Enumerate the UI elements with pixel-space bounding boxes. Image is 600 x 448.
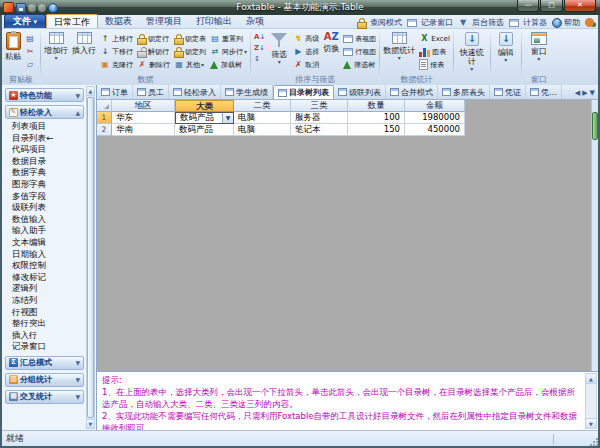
table-tab-orders[interactable]: 订单 [97,85,133,99]
record-window-tool[interactable]: 记录窗口 [407,17,453,28]
cell-third-category[interactable]: 笔记本 [291,124,348,136]
tab-daily-work[interactable]: 日常工作 [46,14,98,28]
cell-amount[interactable]: 1980000 [405,112,465,124]
sidebar-panel-summary-mode[interactable]: Σ 汇总模式 ▼ [5,356,84,370]
tab-misc[interactable]: 杂项 [239,14,271,28]
sidebar-item-modify-mark[interactable]: 修改标记 [5,272,84,284]
row-view-button[interactable]: 行视图 [341,45,378,58]
filter-button[interactable]: 筛选 [267,30,291,74]
row-number[interactable]: 2 [97,124,112,136]
scrollbar-thumb[interactable] [592,112,598,140]
sidebar-item-record-window[interactable]: 记录窗口 [5,341,84,353]
sidebar-item-input-helper[interactable]: 输入助手 [5,225,84,237]
sort-asc-button[interactable]: A↓ [252,32,267,43]
column-header-category[interactable]: 大类 [175,100,234,112]
table-tab-merge-mode[interactable]: 合并模式 [386,85,438,99]
maximize-button[interactable]: ▢ [540,0,563,12]
cell-quantity[interactable]: 150 [348,124,405,136]
report-button[interactable]: 报表 [417,58,452,71]
scroll-down-arrow[interactable]: ▼ [586,418,596,428]
sidebar-item-highlight-row[interactable]: 整行突出 [5,318,84,330]
lock-table-button[interactable]: 锁定表 [172,32,208,45]
advanced-filter-button[interactable]: ↯高级 [291,32,321,45]
hint-scrollbar[interactable]: ▲ ▼ [585,373,597,429]
app-icon[interactable] [3,2,14,13]
scrollbar-thumb[interactable] [87,97,94,418]
cell-amount[interactable]: 450000 [405,124,465,136]
tab-scroll-right-icon[interactable]: ▶ [582,89,587,97]
eraser-button[interactable]: ▱ [23,58,39,71]
data-statistics-button[interactable]: 数据统计 [381,30,417,74]
scroll-down-arrow[interactable]: ▼ [87,419,94,428]
reset-column-button[interactable]: ▤重置列 [208,32,249,45]
table-tab-employees[interactable]: 员工 [133,85,169,99]
unlock-row-button[interactable]: 解锁行 [135,45,172,58]
undo-icon[interactable] [28,4,36,12]
edit-button[interactable]: ↓ 编辑 [492,30,520,74]
tab-scroll-left-icon[interactable]: ◀ [575,89,580,97]
column-header-amount[interactable]: 金额 [405,100,465,112]
column-header-third-category[interactable]: 三类 [291,100,348,112]
custom-sort-button[interactable]: ↕ [252,54,267,65]
column-header-subcategory[interactable]: 二类 [234,100,291,112]
delete-row-button[interactable]: ✗删除行 [135,58,172,71]
cell-region[interactable]: 华南 [112,124,175,136]
table-tab-voucher[interactable]: 凭证 [490,85,526,99]
sidebar-item-graphic-dictionary[interactable]: 图形字典 [5,179,84,191]
sync-row-button[interactable]: ⇄同步行▾ [208,45,249,58]
move-row-up-button[interactable]: ↑上移行 [98,32,135,45]
lookup-mode-tool[interactable]: 查阅模式 [357,17,402,28]
file-menu-button[interactable]: 文件 [4,14,46,28]
other-button[interactable]: ▦其他▾ [172,58,208,71]
sidebar-item-list-project[interactable]: 列表项目 [5,121,84,133]
scroll-up-arrow[interactable]: ▲ [586,374,596,384]
save-icon[interactable] [16,3,26,13]
table-tab-easy-entry[interactable]: 轻松录入 [169,85,221,99]
people-icon[interactable] [585,18,594,27]
sidebar-item-data-dictionary[interactable]: 数据字典 [5,167,84,179]
cell-category[interactable]: 数码产品 [175,124,234,136]
sidebar-item-code-project[interactable]: 代码项目 [5,144,84,156]
sidebar-item-date-input[interactable]: 日期输入 [5,249,84,261]
chart-button[interactable]: 图表 [417,45,452,58]
paste-button[interactable]: 粘贴 [3,30,23,74]
sidebar-scrollbar[interactable]: ▲ ▼ [86,86,95,429]
copy-button[interactable]: ▤ [23,32,39,45]
cut-button[interactable]: ✂ [23,45,39,58]
filter-tree-button[interactable]: 筛选树 [341,58,378,71]
toggle-button[interactable]: AZ 切换 [321,30,341,74]
help-tool[interactable]: ?帮助 [552,17,580,28]
minimize-button[interactable]: — [517,0,539,12]
cell-category-dropdown[interactable]: 数码产品▼ [175,112,234,124]
sidebar-item-permission-control[interactable]: 权限控制 [5,260,84,272]
lock-column-button[interactable]: 锁定列 [172,45,208,58]
grid-vertical-scrollbar[interactable] [591,100,598,371]
column-header-region[interactable]: 地区 [112,100,175,112]
resize-grip[interactable] [589,437,598,446]
cell-subcategory[interactable]: 电脑 [234,112,291,124]
load-tree-button[interactable]: 加载树 [208,58,249,71]
about-icon[interactable]: ? [48,3,58,13]
sidebar-item-text-edit[interactable]: 文本编辑 [5,237,84,249]
sidebar-item-numeric-input[interactable]: 数值输入 [5,214,84,226]
insert-row-button[interactable]: 插入行 [70,30,98,74]
scroll-up-arrow[interactable]: ▲ [87,87,94,96]
sidebar-item-directory-list[interactable]: 目录列表← [5,133,84,145]
tab-datatable[interactable]: 数据表 [98,14,139,28]
background-filter-tool[interactable]: ▼后台筛选 [458,17,504,28]
cell-subcategory[interactable]: 电脑 [234,124,291,136]
row-number[interactable]: 1 [97,112,112,124]
sidebar-panel-featured[interactable]: ★ 特色功能 ▼ [5,88,84,102]
sidebar-item-multi-value-field[interactable]: 多值字段 [5,191,84,203]
table-tab-directory-tree-list[interactable]: 目录树列表 [273,85,334,99]
cell-quantity[interactable]: 100 [348,112,405,124]
cell-region[interactable]: 华东 [112,112,175,124]
sidebar-item-row-view[interactable]: 行视图 [5,307,84,319]
tab-print-output[interactable]: 打印输出 [189,14,239,28]
calculator-tool[interactable]: 计算器 [509,17,547,28]
table-view-button[interactable]: 表视图 [341,32,378,45]
lock-row-button[interactable]: 锁定行 [135,32,172,45]
table-tab-multi-header[interactable]: 多层表头 [438,85,490,99]
dropdown-arrow-icon[interactable]: ▼ [222,113,233,123]
sidebar-panel-easy-entry[interactable]: ✎ 轻松录入 ▲ [5,105,84,119]
